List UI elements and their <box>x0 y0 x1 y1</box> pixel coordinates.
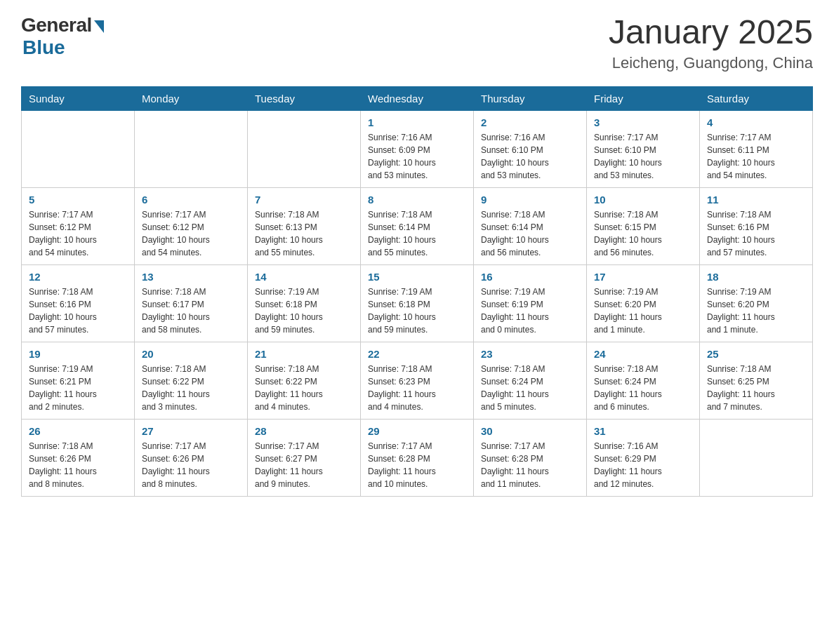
calendar-cell: 13Sunrise: 7:18 AM Sunset: 6:17 PM Dayli… <box>135 264 248 342</box>
calendar-header-tuesday: Tuesday <box>248 86 361 110</box>
day-info: Sunrise: 7:17 AM Sunset: 6:28 PM Dayligh… <box>368 440 466 490</box>
calendar-cell: 3Sunrise: 7:17 AM Sunset: 6:10 PM Daylig… <box>587 110 700 187</box>
calendar-cell: 6Sunrise: 7:17 AM Sunset: 6:12 PM Daylig… <box>135 187 248 264</box>
day-info: Sunrise: 7:18 AM Sunset: 6:15 PM Dayligh… <box>594 208 692 259</box>
calendar-cell: 18Sunrise: 7:19 AM Sunset: 6:20 PM Dayli… <box>700 264 813 342</box>
calendar-cell: 28Sunrise: 7:17 AM Sunset: 6:27 PM Dayli… <box>248 419 361 496</box>
day-info: Sunrise: 7:18 AM Sunset: 6:16 PM Dayligh… <box>707 208 805 259</box>
calendar-cell: 29Sunrise: 7:17 AM Sunset: 6:28 PM Dayli… <box>361 419 474 496</box>
calendar-cell: 14Sunrise: 7:19 AM Sunset: 6:18 PM Dayli… <box>248 264 361 342</box>
calendar-header-wednesday: Wednesday <box>361 86 474 110</box>
calendar-cell: 4Sunrise: 7:17 AM Sunset: 6:11 PM Daylig… <box>700 110 813 187</box>
logo-general-text: General <box>21 14 92 36</box>
calendar-cell: 19Sunrise: 7:19 AM Sunset: 6:21 PM Dayli… <box>22 342 135 419</box>
day-number: 10 <box>594 194 692 206</box>
day-info: Sunrise: 7:17 AM Sunset: 6:12 PM Dayligh… <box>142 208 240 259</box>
day-number: 5 <box>29 194 127 206</box>
day-info: Sunrise: 7:18 AM Sunset: 6:23 PM Dayligh… <box>368 363 466 413</box>
calendar-cell: 25Sunrise: 7:18 AM Sunset: 6:25 PM Dayli… <box>700 342 813 419</box>
page-header: General Blue January 2025 Leicheng, Guan… <box>21 14 813 72</box>
calendar-week-row: 19Sunrise: 7:19 AM Sunset: 6:21 PM Dayli… <box>22 342 813 419</box>
calendar-cell: 5Sunrise: 7:17 AM Sunset: 6:12 PM Daylig… <box>22 187 135 264</box>
calendar-table: SundayMondayTuesdayWednesdayThursdayFrid… <box>21 86 813 497</box>
calendar-cell: 17Sunrise: 7:19 AM Sunset: 6:20 PM Dayli… <box>587 264 700 342</box>
calendar-cell: 15Sunrise: 7:19 AM Sunset: 6:18 PM Dayli… <box>361 264 474 342</box>
day-number: 14 <box>255 271 353 283</box>
logo-arrow-icon <box>94 20 104 33</box>
day-number: 4 <box>707 116 805 128</box>
calendar-cell: 10Sunrise: 7:18 AM Sunset: 6:15 PM Dayli… <box>587 187 700 264</box>
day-info: Sunrise: 7:18 AM Sunset: 6:14 PM Dayligh… <box>481 208 579 259</box>
day-info: Sunrise: 7:16 AM Sunset: 6:29 PM Dayligh… <box>594 440 692 490</box>
calendar-header-saturday: Saturday <box>700 86 813 110</box>
day-number: 16 <box>481 271 579 283</box>
calendar-cell: 11Sunrise: 7:18 AM Sunset: 6:16 PM Dayli… <box>700 187 813 264</box>
calendar-cell: 7Sunrise: 7:18 AM Sunset: 6:13 PM Daylig… <box>248 187 361 264</box>
calendar-header-thursday: Thursday <box>474 86 587 110</box>
day-info: Sunrise: 7:18 AM Sunset: 6:25 PM Dayligh… <box>707 363 805 413</box>
day-number: 9 <box>481 194 579 206</box>
calendar-cell: 23Sunrise: 7:18 AM Sunset: 6:24 PM Dayli… <box>474 342 587 419</box>
day-info: Sunrise: 7:16 AM Sunset: 6:10 PM Dayligh… <box>481 131 579 182</box>
logo-blue-text: Blue <box>22 36 65 59</box>
day-info: Sunrise: 7:18 AM Sunset: 6:22 PM Dayligh… <box>255 363 353 413</box>
day-info: Sunrise: 7:19 AM Sunset: 6:18 PM Dayligh… <box>255 286 353 336</box>
day-number: 31 <box>594 425 692 437</box>
calendar-cell: 24Sunrise: 7:18 AM Sunset: 6:24 PM Dayli… <box>587 342 700 419</box>
calendar-cell <box>248 110 361 187</box>
calendar-cell: 12Sunrise: 7:18 AM Sunset: 6:16 PM Dayli… <box>22 264 135 342</box>
day-info: Sunrise: 7:17 AM Sunset: 6:12 PM Dayligh… <box>29 208 127 259</box>
day-number: 28 <box>255 425 353 437</box>
day-number: 30 <box>481 425 579 437</box>
day-info: Sunrise: 7:17 AM Sunset: 6:11 PM Dayligh… <box>707 131 805 182</box>
day-number: 12 <box>29 271 127 283</box>
calendar-header-row: SundayMondayTuesdayWednesdayThursdayFrid… <box>22 86 813 110</box>
day-info: Sunrise: 7:18 AM Sunset: 6:24 PM Dayligh… <box>594 363 692 413</box>
day-info: Sunrise: 7:17 AM Sunset: 6:26 PM Dayligh… <box>142 440 240 490</box>
calendar-cell: 21Sunrise: 7:18 AM Sunset: 6:22 PM Dayli… <box>248 342 361 419</box>
title-section: January 2025 Leicheng, Guangdong, China <box>609 14 813 72</box>
calendar-cell <box>700 419 813 496</box>
day-info: Sunrise: 7:18 AM Sunset: 6:22 PM Dayligh… <box>142 363 240 413</box>
day-number: 19 <box>29 348 127 360</box>
calendar-header-sunday: Sunday <box>22 86 135 110</box>
calendar-week-row: 26Sunrise: 7:18 AM Sunset: 6:26 PM Dayli… <box>22 419 813 496</box>
day-number: 15 <box>368 271 466 283</box>
calendar-header-friday: Friday <box>587 86 700 110</box>
calendar-cell <box>22 110 135 187</box>
calendar-week-row: 12Sunrise: 7:18 AM Sunset: 6:16 PM Dayli… <box>22 264 813 342</box>
calendar-week-row: 5Sunrise: 7:17 AM Sunset: 6:12 PM Daylig… <box>22 187 813 264</box>
day-number: 29 <box>368 425 466 437</box>
day-info: Sunrise: 7:19 AM Sunset: 6:20 PM Dayligh… <box>707 286 805 336</box>
day-number: 24 <box>594 348 692 360</box>
day-number: 21 <box>255 348 353 360</box>
day-info: Sunrise: 7:17 AM Sunset: 6:10 PM Dayligh… <box>594 131 692 182</box>
day-number: 2 <box>481 116 579 128</box>
day-info: Sunrise: 7:17 AM Sunset: 6:27 PM Dayligh… <box>255 440 353 490</box>
day-info: Sunrise: 7:18 AM Sunset: 6:16 PM Dayligh… <box>29 286 127 336</box>
day-info: Sunrise: 7:17 AM Sunset: 6:28 PM Dayligh… <box>481 440 579 490</box>
day-number: 8 <box>368 194 466 206</box>
day-number: 17 <box>594 271 692 283</box>
day-info: Sunrise: 7:18 AM Sunset: 6:17 PM Dayligh… <box>142 286 240 336</box>
day-info: Sunrise: 7:18 AM Sunset: 6:24 PM Dayligh… <box>481 363 579 413</box>
day-info: Sunrise: 7:18 AM Sunset: 6:26 PM Dayligh… <box>29 440 127 490</box>
day-info: Sunrise: 7:19 AM Sunset: 6:19 PM Dayligh… <box>481 286 579 336</box>
calendar-cell: 26Sunrise: 7:18 AM Sunset: 6:26 PM Dayli… <box>22 419 135 496</box>
day-info: Sunrise: 7:19 AM Sunset: 6:20 PM Dayligh… <box>594 286 692 336</box>
calendar-cell: 31Sunrise: 7:16 AM Sunset: 6:29 PM Dayli… <box>587 419 700 496</box>
day-number: 18 <box>707 271 805 283</box>
calendar-week-row: 1Sunrise: 7:16 AM Sunset: 6:09 PM Daylig… <box>22 110 813 187</box>
day-info: Sunrise: 7:16 AM Sunset: 6:09 PM Dayligh… <box>368 131 466 182</box>
calendar-cell: 8Sunrise: 7:18 AM Sunset: 6:14 PM Daylig… <box>361 187 474 264</box>
day-number: 25 <box>707 348 805 360</box>
day-number: 1 <box>368 116 466 128</box>
logo: General Blue <box>21 14 104 59</box>
day-number: 22 <box>368 348 466 360</box>
location-label: Leicheng, Guangdong, China <box>609 54 813 72</box>
month-title: January 2025 <box>609 14 813 51</box>
day-number: 11 <box>707 194 805 206</box>
day-number: 27 <box>142 425 240 437</box>
day-info: Sunrise: 7:18 AM Sunset: 6:13 PM Dayligh… <box>255 208 353 259</box>
calendar-cell: 2Sunrise: 7:16 AM Sunset: 6:10 PM Daylig… <box>474 110 587 187</box>
